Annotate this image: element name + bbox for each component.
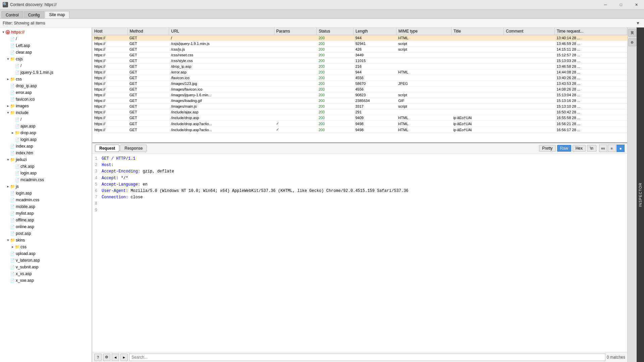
table-row[interactable]: https://GET/images/loading.gif2002385634… [92,98,627,104]
tree-item-include-slash[interactable]: 📄/ [0,116,92,123]
tree-item-include[interactable]: ▼📁include [0,109,92,116]
col-length[interactable]: Length [353,28,396,35]
settings-button[interactable]: ⚙ [103,354,110,361]
tree-item-index-htm[interactable]: 📄index.htm [0,150,92,156]
tree-item-slash[interactable]: 📄/ [0,36,92,42]
search-input[interactable] [129,354,605,361]
col-mime-type[interactable]: MIME type [396,28,451,35]
maximize-button[interactable]: □ [613,0,629,9]
col-params[interactable]: Params [274,28,317,35]
tree-item-index-asp[interactable]: 📄index.asp [0,143,92,150]
close-button[interactable]: ✕ [629,0,644,9]
table-row[interactable]: https://GET/include/drop.asp2009409HTMLi… [92,115,627,121]
tree-item-mobile-asp[interactable]: 📄mobile.asp [0,203,92,210]
table-row[interactable]: https://GET/include/drop.asp?actio...✓20… [92,121,627,127]
view-btn-2[interactable]: ■ [616,145,625,152]
help-button[interactable]: ? [94,354,102,361]
tree-item-login-asp2[interactable]: 📄login.asp [0,170,92,176]
tree-item-mcadmin-css[interactable]: 📄mcadmin.css [0,176,92,183]
tree-label-mobile-asp: mobile.asp [16,204,35,209]
tree-label-ajax-asp: ajax.asp [20,124,36,128]
table-row[interactable]: https://GET/drop_ip.asp20021613:46:58 28… [92,64,627,69]
col-url[interactable]: URL [169,28,274,35]
table-row[interactable]: https://GET/images/favicon.ico200455614:… [92,87,627,92]
tree-item-online-asp[interactable]: 📄online.asp [0,223,92,230]
table-row[interactable]: https://GET/images/main.js2003317script1… [92,104,627,109]
app-icon: 🔍 [3,2,8,7]
tree-item-skins-css[interactable]: ►📁css [0,244,92,250]
tree-item-mcadmin-css2[interactable]: 📄mcadmin.css [0,197,92,203]
table-row[interactable]: https://GET/favicon.ico200455613:40:26 2… [92,75,627,81]
table-row[interactable]: https://GET/error.asp200944HTML14:44:08 … [92,69,627,75]
sub-tab-raw[interactable]: Raw [557,145,571,152]
tree-label-clear-asp: clear.asp [16,50,32,55]
sub-tab-pretty[interactable]: Pretty [539,145,555,152]
table-row[interactable]: https://GET/csjs/jquery-1.9.1.min.js2009… [92,41,627,47]
nav-tab-control[interactable]: Control [1,11,23,18]
forward-button[interactable]: ► [120,354,128,361]
view-btn-1[interactable]: ≡ [608,145,616,152]
col-title[interactable]: Title [451,28,503,35]
tree-item-clear-asp[interactable]: 📄clear.asp [0,49,92,56]
col-status[interactable]: Status [317,28,354,35]
tree-item-offline-asp[interactable]: 📄offline.asp [0,217,92,223]
sub-tab-hex[interactable]: Hex [573,145,586,152]
tree-item-login-asp[interactable]: 📄login.asp [0,136,92,143]
col-host[interactable]: Host [92,28,127,35]
nav-tab-site-map[interactable]: Site map [45,11,69,18]
tree-item-root[interactable]: ▼⊕https:// [0,29,92,36]
table-row[interactable]: https://GET/css/style.css2001101515:13:0… [92,58,627,64]
tree-label-x-xxe-asp: x_xxe.asp [16,278,34,283]
table-row[interactable]: https://GET/images/123.jpg20058670JPEG13… [92,81,627,87]
view-btn-0[interactable]: ≡≡ [599,145,607,152]
col-comment[interactable]: Comment [504,28,555,35]
tree-item-drop-asp[interactable]: ►📁drop.asp [0,130,92,136]
minimize-button[interactable]: ─ [598,0,613,9]
tree-label-include: include [16,110,29,115]
table-row[interactable]: https://GET/200944HTML13:40:14 28 ... [92,35,627,41]
matches-label: 0 matches [607,355,625,360]
nav-tab-config[interactable]: Config [24,11,44,18]
language-button[interactable]: 英 [628,29,636,37]
tree-item-v-lateron-asp[interactable]: 📄v_lateron.asp [0,257,92,264]
tree-item-css[interactable]: ►📁css [0,76,92,83]
table-row[interactable]: https://GET/css/js.js200426script14:15:1… [92,47,627,52]
tree-label-post-asp: post.asp [16,231,31,236]
tree-item-upload-asp[interactable]: 📄upload.asp [0,250,92,257]
tree-item-csjs[interactable]: ▼📁csjs [0,56,92,62]
settings-sidebar-button[interactable]: ⚙ [628,38,636,46]
tree-item-error-asp[interactable]: 📄error.asp [0,89,92,96]
tree-label-chk-asp: chk.asp [20,164,34,169]
tree-item-login-asp3[interactable]: 📄login.asp [0,190,92,197]
tree-item-jieliuzi[interactable]: ▼📁jieliuzi [0,156,92,163]
tree-item-favicon-ico[interactable]: 📄favicon.ico [0,96,92,103]
table-row[interactable]: https://GET/css/reset.css200344915:12:57… [92,52,627,58]
tree-label-login-asp: login.asp [20,137,37,142]
tree-label-css: css [16,77,22,82]
tree-item-left-asp[interactable]: 📄Left.asp [0,42,92,49]
window-controls: ─ □ ✕ [598,0,644,9]
tree-item-images[interactable]: ►📁images [0,103,92,109]
tree-item-chk-asp[interactable]: 📄chk.asp [0,163,92,170]
tree-item-post-asp[interactable]: 📄post.asp [0,230,92,237]
tree-item-x-xs-asp[interactable]: 📄x_xs.asp [0,270,92,277]
tree-item-ajax-asp[interactable]: 📄ajax.asp [0,123,92,130]
tree-item-js[interactable]: ►📁js [0,183,92,190]
tree-item-csjs-slash[interactable]: 📄/ [0,62,92,69]
tree-item-mylist-asp[interactable]: 📄mylist.asp [0,210,92,217]
tree-item-skins[interactable]: ▼📁skins [0,237,92,244]
main-tab-request[interactable]: Request [95,145,119,152]
table-row[interactable]: https://GET/include/ajax.asp20029116:50:… [92,109,627,115]
main-tab-response[interactable]: Response [120,145,147,152]
sub-tab-n[interactable]: \n [587,145,596,152]
tree-item-drop-ip-asp[interactable]: 📄drop_ip.asp [0,83,92,89]
col-method[interactable]: Method [127,28,169,35]
tree-item-x-xxe-asp[interactable]: 📄x_xxe.asp [0,277,92,284]
tree-item-jquery[interactable]: 📄jquery-1.9.1.min.js [0,69,92,76]
back-button[interactable]: ◄ [112,354,119,361]
col-time-request...[interactable]: Time request... [554,28,627,35]
filter-button[interactable]: ▼ [635,20,641,27]
table-row[interactable]: https://GET/include/drop.asp?actio...✓20… [92,127,627,133]
table-row[interactable]: https://GET/images/jquery-1.6.min...2009… [92,92,627,98]
tree-item-v-subnit-asp[interactable]: 📄v_subnit.asp [0,264,92,270]
